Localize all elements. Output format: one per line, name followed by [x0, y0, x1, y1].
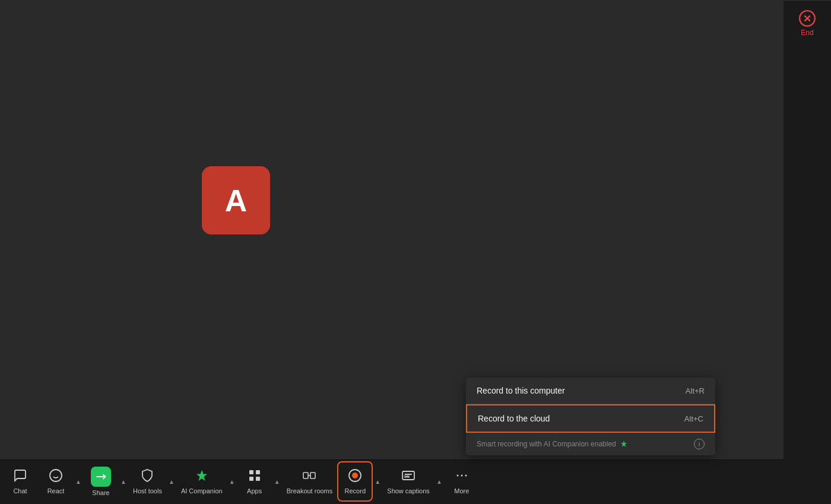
svg-point-19 [465, 475, 467, 477]
participant-avatar-container: A [202, 166, 270, 234]
host-tools-label: Host tools [133, 487, 162, 495]
apps-icon [248, 468, 262, 485]
share-icon-wrap [91, 467, 111, 487]
react-chevron[interactable]: ▲ [74, 461, 83, 502]
chat-icon [13, 468, 27, 485]
toolbar-more[interactable]: More [444, 461, 480, 502]
end-label: End [801, 28, 813, 37]
toolbar-hosttools-group: Host tools ▲ [128, 461, 176, 502]
record-computer-label: Record to this computer [477, 386, 565, 395]
captions-icon: CC [401, 468, 415, 485]
toolbar-react[interactable]: React [38, 461, 74, 502]
more-label: More [454, 487, 469, 495]
toolbar-ai-group: AI Companion ▲ [176, 461, 237, 502]
svg-rect-5 [256, 470, 260, 474]
end-icon [799, 10, 816, 27]
toolbar-record[interactable]: Record [337, 461, 373, 502]
react-label: React [47, 487, 65, 495]
bottom-toolbar: Chat React ▲ [0, 458, 784, 504]
svg-point-0 [50, 470, 62, 481]
toolbar-breakout-rooms[interactable]: Breakout rooms [282, 461, 338, 502]
smart-recording-text: Smart recording with AI Companion enable… [477, 440, 628, 448]
svg-rect-7 [256, 477, 260, 481]
share-button-inner [91, 467, 111, 489]
smart-recording-sub-item: Smart recording with AI Companion enable… [466, 433, 715, 455]
svg-rect-6 [249, 477, 253, 481]
toolbar-react-group: React ▲ [38, 461, 83, 502]
ai-companion-label: AI Companion [181, 487, 223, 495]
toolbar-apps-group: Apps ▲ [237, 461, 282, 502]
svg-point-17 [461, 475, 462, 477]
apps-label: Apps [247, 487, 262, 495]
breakout-rooms-icon [302, 468, 316, 485]
react-icon [49, 468, 63, 485]
toolbar-share-group: Share ▲ [83, 461, 128, 502]
record-icon [348, 468, 362, 485]
captions-chevron[interactable]: ▲ [434, 461, 444, 502]
record-label: Record [345, 487, 366, 495]
right-sidebar [784, 0, 831, 504]
record-cloud-shortcut: Alt+C [684, 414, 703, 423]
svg-text:CC: CC [404, 474, 410, 478]
toolbar-share[interactable]: Share [83, 461, 119, 502]
record-cloud-label: Record to the cloud [478, 414, 550, 423]
svg-point-18 [456, 475, 458, 477]
ai-chevron[interactable]: ▲ [227, 461, 237, 502]
more-icon [455, 468, 469, 485]
apps-chevron[interactable]: ▲ [272, 461, 282, 502]
avatar-letter: A [225, 183, 248, 218]
smart-recording-info-icon[interactable]: i [694, 439, 705, 449]
record-to-computer-option[interactable]: Record to this computer Alt+R [466, 378, 715, 404]
chat-label: Chat [13, 487, 27, 495]
record-to-cloud-option[interactable]: Record to the cloud Alt+C [466, 404, 715, 433]
record-computer-shortcut: Alt+R [686, 386, 705, 395]
record-dropdown-menu: Record to this computer Alt+R Record to … [466, 378, 715, 455]
host-tools-icon [140, 468, 154, 485]
participant-avatar: A [202, 166, 270, 234]
end-button[interactable]: End [784, 0, 831, 46]
toolbar-show-captions[interactable]: CC Show captions [382, 461, 434, 502]
share-chevron[interactable]: ▲ [119, 461, 128, 502]
sparkle-icon [620, 440, 628, 448]
ai-companion-icon [195, 468, 209, 485]
record-chevron[interactable]: ▲ [373, 461, 382, 502]
captions-label: Show captions [387, 487, 430, 495]
toolbar-apps[interactable]: Apps [237, 461, 272, 502]
share-label: Share [92, 489, 109, 496]
host-tools-chevron[interactable]: ▲ [167, 461, 176, 502]
toolbar-captions-group: CC Show captions ▲ [382, 461, 444, 502]
svg-rect-8 [303, 473, 308, 478]
toolbar-host-tools[interactable]: Host tools [128, 461, 167, 502]
toolbar-record-group: Record ▲ [337, 461, 382, 502]
svg-rect-4 [249, 470, 253, 474]
svg-rect-9 [310, 473, 315, 478]
main-video-area: A Record to this computer Alt+R Record t… [0, 0, 831, 504]
breakout-rooms-label: Breakout rooms [287, 487, 333, 495]
svg-point-12 [352, 473, 358, 478]
toolbar-ai-companion[interactable]: AI Companion [176, 461, 227, 502]
toolbar-chat[interactable]: Chat [2, 461, 38, 502]
